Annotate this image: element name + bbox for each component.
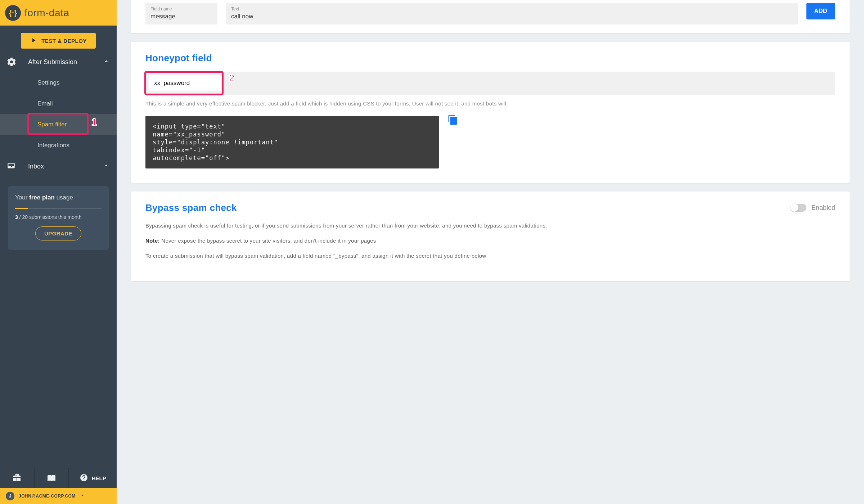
docs-button[interactable]: [35, 468, 69, 488]
nav-inbox-label: Inbox: [28, 163, 102, 170]
nav-inbox[interactable]: Inbox: [0, 156, 117, 177]
honeypot-field-row: [145, 72, 835, 95]
honeypot-heading: Honeypot field: [145, 53, 835, 64]
avatar: J: [6, 492, 14, 500]
sidebar-item-email[interactable]: Email: [0, 93, 117, 114]
sidebar: {·} form-data TEST & DEPLOY After Submis…: [0, 0, 117, 504]
honeypot-code-snippet: <input type="text" name="xx_password" st…: [145, 116, 439, 168]
honeypot-help-text: This is a simple and very effective spam…: [145, 100, 835, 108]
usage-subtext: 3 / 20 submissions this month: [15, 214, 102, 220]
help-label: HELP: [92, 475, 106, 481]
test-deploy-label: TEST & DEPLOY: [41, 38, 87, 44]
upgrade-button[interactable]: UPGRADE: [35, 226, 81, 240]
nav-after-submission-label: After Submission: [28, 58, 102, 66]
bypass-note: Note: Never expose the bypass secret to …: [145, 237, 835, 245]
brand-logo-icon: {·}: [5, 5, 21, 21]
bottom-row: HELP: [0, 468, 117, 488]
text-label: Text: [231, 6, 793, 12]
help-icon: [80, 473, 88, 483]
sidebar-item-spam-filter[interactable]: Spam filter: [0, 114, 117, 135]
add-button[interactable]: ADD: [806, 3, 835, 19]
text-input[interactable]: Text call now: [226, 3, 798, 24]
text-value: call now: [231, 13, 793, 20]
play-icon: [30, 37, 37, 45]
main-content: Field name message Text call now ADD Hon…: [117, 0, 864, 504]
nav-after-submission[interactable]: After Submission: [0, 51, 117, 72]
annotation-1: 1: [91, 116, 97, 128]
copy-button[interactable]: [447, 114, 458, 127]
test-deploy-button[interactable]: TEST & DEPLOY: [21, 33, 96, 49]
bypass-card: Bypass spam check Enabled Bypassing spam…: [131, 192, 850, 281]
chevron-up-icon: [102, 57, 110, 67]
brand-header[interactable]: {·} form-data: [0, 0, 117, 26]
field-name-input[interactable]: Field name message: [145, 3, 217, 24]
usage-card: Your free plan usage 3 / 20 submissions …: [8, 186, 109, 250]
keyword-filter-card: Field name message Text call now ADD: [131, 0, 850, 33]
field-name-label: Field name: [150, 6, 212, 12]
gift-icon: [13, 473, 21, 483]
gear-icon: [6, 57, 28, 67]
bypass-p3: To create a submission that will bypass …: [145, 252, 835, 260]
gift-button[interactable]: [0, 468, 35, 488]
user-menu[interactable]: J JOHN@ACME-CORP.COM: [0, 488, 117, 504]
usage-title: Your free plan usage: [15, 194, 102, 201]
book-icon: [47, 473, 56, 483]
help-button[interactable]: HELP: [69, 468, 117, 488]
sidebar-item-settings[interactable]: Settings: [0, 72, 117, 93]
chevron-up-icon: [102, 162, 110, 171]
bypass-heading: Bypass spam check: [145, 202, 237, 213]
sidebar-item-integrations[interactable]: Integrations: [0, 135, 117, 156]
honeypot-name-input[interactable]: [149, 75, 221, 91]
honeypot-card: Honeypot field 2 This is a simple and ve…: [131, 42, 850, 183]
copy-icon: [447, 120, 458, 126]
bypass-enabled-toggle[interactable]: [791, 204, 806, 212]
user-email: JOHN@ACME-CORP.COM: [19, 494, 76, 499]
brand-name: form-data: [24, 7, 69, 19]
caret-down-icon: [80, 493, 85, 499]
annotation-2: 2: [229, 72, 235, 84]
field-name-value: message: [150, 13, 212, 20]
inbox-icon: [6, 162, 28, 171]
bypass-p1: Bypassing spam check is useful for testi…: [145, 221, 835, 230]
bypass-enabled-label: Enabled: [811, 204, 835, 212]
usage-progress-bar: [15, 208, 102, 209]
